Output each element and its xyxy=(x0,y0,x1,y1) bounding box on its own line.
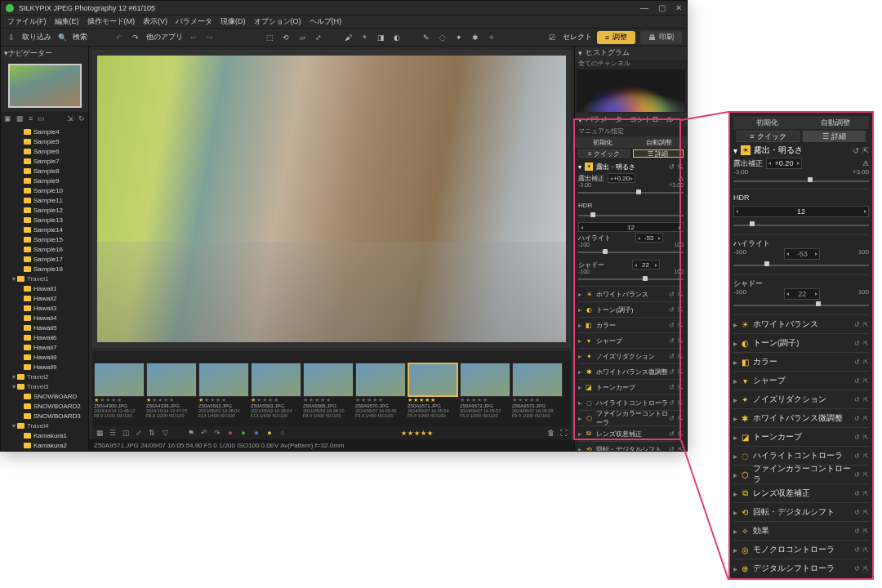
export-icon[interactable]: ⇱ xyxy=(862,146,869,155)
reset-icon[interactable]: ↺ xyxy=(853,146,859,155)
eraser-icon[interactable]: ◨ xyxy=(375,32,386,43)
reset-icon[interactable]: ↺ xyxy=(854,359,860,366)
filmstrip-item[interactable]: ★★★★★Z50A9570.JPG2024/09/07 16:05:46F5.0… xyxy=(355,363,406,425)
burn-icon[interactable]: ✱ xyxy=(470,32,481,43)
subtab-detail[interactable]: ☰詳細 xyxy=(633,149,684,158)
folder-item[interactable]: Kamakura3 xyxy=(1,450,88,451)
param-section-row[interactable]: ▸◐トーン(調子)↺⇱ xyxy=(733,336,869,350)
filmstrip-item[interactable]: ★★★★★Z50A5565.JPG2021/05/02 10:28:10F8.0… xyxy=(303,363,354,425)
export-icon[interactable]: ⇱ xyxy=(863,565,869,572)
subtab-detail[interactable]: ☰詳細 xyxy=(803,131,866,142)
export-icon[interactable]: ⇱ xyxy=(863,471,869,479)
param-section-row[interactable]: ▸◧カラー↺⇱ xyxy=(578,319,684,331)
export-icon[interactable]: ⇱ xyxy=(678,337,684,345)
folder-item[interactable]: Sample18 xyxy=(1,264,88,274)
export-icon[interactable]: ⇱ xyxy=(863,546,869,554)
hdr-value[interactable]: 12 xyxy=(733,206,869,217)
filmstrip-item[interactable]: ★★★★★Z50A4338.JPG2024/10/14 12:47:05F8.0… xyxy=(146,363,197,425)
reset-icon[interactable]: ↺ xyxy=(669,430,675,438)
rotate-right-icon[interactable]: ↷ xyxy=(213,429,221,437)
zoom-fit-icon[interactable]: ⤢ xyxy=(135,429,143,437)
param-section-row[interactable]: ▸⧉レンズ収差補正↺⇱ xyxy=(733,486,869,501)
nav-grid-icon[interactable]: ▦ xyxy=(16,114,24,122)
folder-item[interactable]: Sample15 xyxy=(1,234,88,244)
export-icon[interactable]: ⇱ xyxy=(678,291,684,298)
param-section-row[interactable]: ▸◌ハイライトコントローラ↺⇱ xyxy=(733,448,869,463)
param-section-row[interactable]: ▸⟲回転・デジタルシフト↺⇱ xyxy=(733,505,869,519)
nav-link-icon[interactable]: ⇲ xyxy=(67,114,74,122)
param-section-row[interactable]: ▸◪トーンカーブ↺⇱ xyxy=(578,381,684,393)
window-minimize[interactable]: — xyxy=(640,3,648,12)
redo-icon[interactable]: ↷ xyxy=(130,32,141,43)
folder-item[interactable]: Hawaii2 xyxy=(1,293,88,303)
param-section-row[interactable]: ▸☀ホワイトバランス↺⇱ xyxy=(578,288,684,300)
history-back-icon[interactable]: ↩ xyxy=(188,32,199,43)
folder-item[interactable]: Sample5 xyxy=(1,136,88,146)
folder-group[interactable]: ▾Travel3 xyxy=(1,381,88,391)
exposure-slider[interactable] xyxy=(733,176,869,186)
folder-item[interactable]: Kamakura2 xyxy=(1,440,88,450)
export-icon[interactable]: ⇱ xyxy=(863,340,869,347)
section-exposure[interactable]: ▾☀ 露出・明るさ ↺⇱ xyxy=(733,144,869,157)
menu-help[interactable]: ヘルプ(H) xyxy=(310,16,342,27)
folder-item[interactable]: Hawaii5 xyxy=(1,323,88,332)
menu-edit[interactable]: 編集(E) xyxy=(55,16,79,27)
tab-init[interactable]: 初期化 xyxy=(733,116,801,129)
export-icon[interactable]: ⇱ xyxy=(678,399,684,407)
folder-item[interactable]: Hawaii6 xyxy=(1,332,88,342)
navigator-preview[interactable] xyxy=(1,60,88,112)
folder-item[interactable]: Hawaii9 xyxy=(1,362,88,372)
param-section-row[interactable]: ▸◌ハイライトコントローラ↺⇱ xyxy=(578,397,684,408)
grid-view-icon[interactable]: ▦ xyxy=(96,429,104,437)
otherapps-label[interactable]: 他のアプリ xyxy=(146,32,183,42)
filmstrip-item[interactable]: ★★★★★Z50A9573.JPG2024/09/07 16:05:58F5.0… xyxy=(512,363,563,425)
export-icon[interactable]: ⇱ xyxy=(678,322,684,329)
param-section-row[interactable]: ▸✦ノイズリダクション↺⇱ xyxy=(733,392,869,407)
param-section-row[interactable]: ▸▾シャープ↺⇱ xyxy=(578,335,684,346)
export-icon[interactable]: ⇱ xyxy=(863,377,869,385)
rotate-left-icon[interactable]: ↶ xyxy=(200,429,208,437)
chevron-down-icon[interactable]: ▾ xyxy=(578,49,582,57)
section-exposure[interactable]: ▾☀ 露出・明るさ ↺⇱ xyxy=(578,161,684,172)
highlight-value[interactable]: -53 xyxy=(635,233,663,243)
export-icon[interactable]: ⇱ xyxy=(678,415,684,422)
folder-item[interactable]: Sample7 xyxy=(1,156,88,166)
warning-icon[interactable]: ⚠ xyxy=(678,175,684,182)
image-preview[interactable] xyxy=(92,50,571,348)
folder-item[interactable]: Sample17 xyxy=(1,254,88,264)
flag-icon[interactable]: ⚑ xyxy=(187,429,195,437)
callout-scroll[interactable]: ▾☀ 露出・明るさ ↺⇱ 露出補正 +0.20 ⚠ -3.00+3.00 HDR… xyxy=(733,144,869,575)
folder-item[interactable]: Kamakura1 xyxy=(1,430,88,440)
filmstrip[interactable]: ★★★★★Z50A4300.JPG2024/10/14 12:48:12F8.0… xyxy=(92,361,571,426)
shadow-value[interactable]: 22 xyxy=(784,288,820,300)
folder-item[interactable]: SNOWBOARD3 xyxy=(1,411,88,421)
reset-icon[interactable]: ↺ xyxy=(854,509,860,516)
param-section-row[interactable]: ▸⬡ファインカラーコントローラ↺⇱ xyxy=(733,467,869,482)
exposure-slider[interactable] xyxy=(578,189,684,197)
nav-refresh-icon[interactable]: ↻ xyxy=(78,114,85,122)
menu-mode[interactable]: 操作モード(M) xyxy=(87,16,136,27)
reset-icon[interactable]: ↺ xyxy=(669,306,675,314)
tab-init[interactable]: 初期化 xyxy=(575,136,631,148)
reset-icon[interactable]: ↺ xyxy=(669,353,675,360)
folder-item[interactable]: Sample13 xyxy=(1,215,88,225)
reset-icon[interactable]: ↺ xyxy=(854,396,860,403)
export-icon[interactable]: ⇱ xyxy=(863,509,869,516)
export-icon[interactable]: ⇱ xyxy=(863,359,869,366)
param-section-row[interactable]: ▸◧カラー↺⇱ xyxy=(733,354,869,369)
param-section-row[interactable]: ▸✱ホワイトバランス微調整↺⇱ xyxy=(578,366,684,377)
folder-item[interactable]: Hawaii8 xyxy=(1,352,88,362)
nav-list-icon[interactable]: ≡ xyxy=(29,114,33,122)
reset-icon[interactable]: ↺ xyxy=(854,490,860,497)
sort-icon[interactable]: ⇅ xyxy=(148,429,156,437)
history-fwd-icon[interactable]: ↪ xyxy=(204,32,216,43)
param-section-row[interactable]: ▸☀ホワイトバランス↺⇱ xyxy=(733,317,869,332)
folder-item[interactable]: SNOWBOARD xyxy=(1,391,88,401)
chevron-down-icon[interactable]: ▾ xyxy=(578,116,582,124)
param-section-row[interactable]: ▸✱ホワイトバランス微調整↺⇱ xyxy=(733,411,869,425)
folder-item[interactable]: Sample16 xyxy=(1,244,88,254)
rotate-icon[interactable]: ⟲ xyxy=(280,32,292,43)
filmstrip-item[interactable]: ★★★★★Z50A5563.JPG2021/05/02 10:28:04F13 … xyxy=(251,363,301,425)
dodge-icon[interactable]: ✦ xyxy=(453,32,465,43)
export-icon[interactable]: ⇱ xyxy=(678,384,684,391)
